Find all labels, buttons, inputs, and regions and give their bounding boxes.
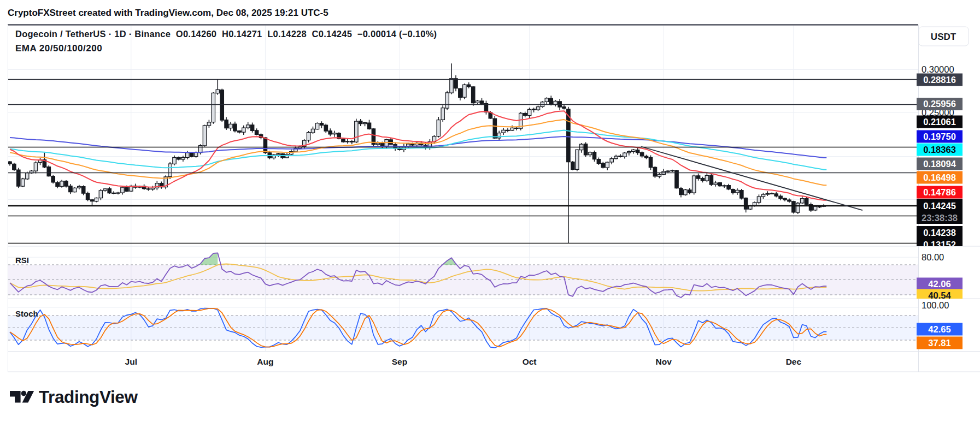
- svg-text:0.25956: 0.25956: [923, 99, 956, 109]
- svg-text:Nov: Nov: [656, 357, 672, 366]
- svg-text:80.00: 80.00: [922, 252, 944, 262]
- svg-text:42.65: 42.65: [928, 324, 950, 334]
- svg-text:42.06: 42.06: [928, 279, 950, 289]
- svg-text:Oct: Oct: [523, 357, 537, 366]
- svg-text:RSI: RSI: [15, 255, 29, 265]
- svg-text:Sep: Sep: [392, 357, 407, 366]
- svg-text:Dec: Dec: [786, 357, 802, 366]
- svg-text:TradingView: TradingView: [39, 387, 138, 407]
- svg-text:37.81: 37.81: [928, 338, 950, 348]
- svg-text:100.00: 100.00: [922, 300, 949, 310]
- svg-text:Jul: Jul: [125, 357, 137, 366]
- svg-text:USDT: USDT: [931, 32, 956, 42]
- svg-text:0.21061: 0.21061: [923, 117, 956, 127]
- svg-text:0.14245: 0.14245: [923, 201, 956, 211]
- svg-text:0.16498: 0.16498: [923, 173, 956, 182]
- svg-text:EMA 20/50/100/200: EMA 20/50/100/200: [15, 43, 102, 54]
- svg-text:Dogecoin / TetherUS · 1D · Bin: Dogecoin / TetherUS · 1D · Binance O0.14…: [15, 29, 437, 39]
- svg-text:0.28816: 0.28816: [923, 75, 956, 85]
- svg-text:0.19750: 0.19750: [923, 132, 956, 141]
- svg-text:Aug: Aug: [257, 357, 273, 366]
- svg-text:Stoch: Stoch: [15, 309, 38, 318]
- svg-text:0.30000: 0.30000: [922, 64, 954, 74]
- svg-text:CryptoFXStreet created with Tr: CryptoFXStreet created with TradingView.…: [8, 8, 328, 18]
- svg-text:0.14786: 0.14786: [923, 187, 956, 197]
- svg-text:0.18363: 0.18363: [923, 145, 956, 154]
- svg-text:0.18094: 0.18094: [923, 159, 956, 169]
- svg-text:0.14238: 0.14238: [923, 228, 956, 237]
- svg-text:23:38:38: 23:38:38: [922, 213, 958, 223]
- svg-text:40.54: 40.54: [928, 290, 951, 300]
